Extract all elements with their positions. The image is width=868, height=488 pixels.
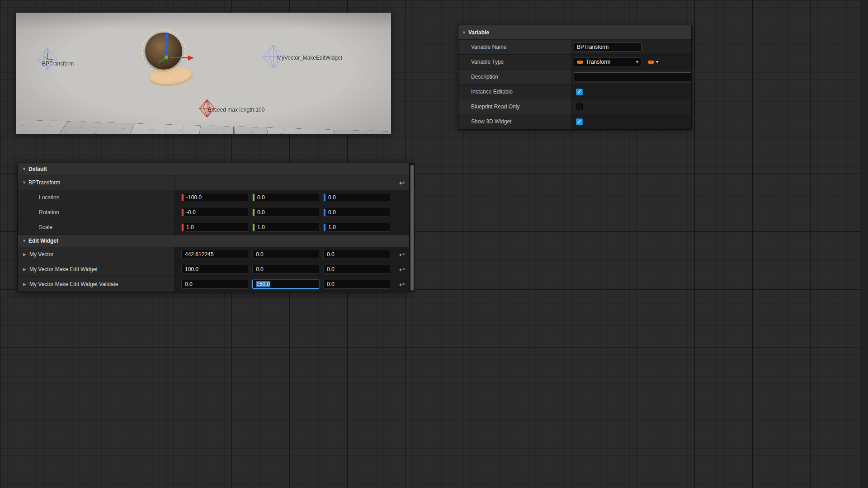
y-axis-strip [253,194,255,201]
x-axis-strip [182,224,184,231]
blueprint-read-only-label: Blueprint Read Only [458,99,571,114]
y-axis-strip [253,209,255,216]
rotation-row: Rotation -0.0 0.0 0.0 [18,205,409,220]
location-y-field[interactable]: 0.0 [252,193,319,202]
section-header-default[interactable]: ▼ Default [18,163,409,175]
variable-name-label: Variable Name [458,40,571,55]
my-vector-z-field[interactable]: 0.0 [323,250,390,259]
my-vector-make-edit-widget-x-field[interactable]: 100.0 [181,265,248,274]
scale-z-field[interactable]: 1.0 [323,223,390,232]
triangle-collapsed-icon: ▶ [23,252,29,257]
section-title-default: Default [28,166,47,172]
section-header-edit-widget[interactable]: ▼ Edit Widget [18,235,409,247]
my-vector-y-field[interactable]: 0.0 [252,250,319,259]
instance-editable-label: Instance Editable [458,84,571,99]
my-vector-make-edit-widget-y-field[interactable]: 0.0 [252,265,319,274]
variable-type-label: Variable Type [458,55,571,70]
viewport-floor-tilt [16,13,391,134]
transform-type-pill-icon [577,61,583,64]
z-axis-strip [324,209,326,216]
selection-ring [142,29,185,73]
z-axis-strip [324,224,326,231]
my-vector-make-edit-widget-validate-y-field[interactable]: 150.0 [252,280,319,289]
triangle-expanded-icon: ▼ [462,30,468,35]
show-3d-widget-checkbox[interactable]: ✓ [576,118,583,125]
my-vector-make-edit-widget-z-field[interactable]: 0.0 [323,265,390,274]
scrollbar-thumb[interactable] [410,165,414,291]
check-icon: ✓ [577,89,581,94]
reset-to-default-button[interactable]: ↩ [399,266,405,273]
world-axis-line [233,127,240,134]
3d-viewport[interactable]: BPTransform MyVector_MakeEditWidget Exce… [16,13,391,134]
show-3d-widget-row: Show 3D Widget ✓ [458,114,691,129]
triangle-expanded-icon: ▼ [22,167,28,171]
check-icon: ✓ [577,119,581,124]
z-axis-strip [324,194,326,201]
bptransform-row[interactable]: ▼ BPTransform ↩ [18,175,409,190]
rotation-y-field[interactable]: 0.0 [252,208,319,217]
variable-type-dropdown[interactable]: Transform ▾ [574,57,642,67]
x-axis-strip [182,194,184,201]
description-label: Description [458,70,571,84]
widget-label-myvector-makeeditwidget: MyVector_MakeEditWidget [277,55,342,61]
rotation-z-field[interactable]: 0.0 [323,208,390,217]
triangle-expanded-icon: ▼ [22,239,28,243]
my-vector-x-field[interactable]: 442.612245 [181,250,248,259]
location-z-field[interactable]: 0.0 [323,193,390,202]
reset-to-default-button[interactable]: ↩ [399,281,405,288]
chevron-down-icon: ▾ [656,60,658,64]
my-vector-make-edit-widget-row[interactable]: ▶ My Vector Make Edit Widget 100.0 0.0 0… [18,262,409,277]
description-row: Description [458,70,691,84]
my-vector-row[interactable]: ▶ My Vector 442.612245 0.0 0.0 ↩ [18,247,409,262]
instance-editable-row: Instance Editable ✓ [458,84,691,99]
scale-x-field[interactable]: 1.0 [181,223,248,232]
triangle-expanded-icon: ▼ [22,180,28,185]
variable-name-row: Variable Name [458,40,691,55]
my-vector-make-edit-widget-label: My Vector Make Edit Widget [29,266,98,272]
triangle-collapsed-icon: ▶ [23,267,29,272]
instance-editable-checkbox[interactable]: ✓ [576,89,583,95]
variable-type-row: Variable Type Transform ▾ ▾ [458,55,691,70]
right-edge-strip [860,0,868,488]
variable-name-input[interactable] [574,42,642,52]
triangle-collapsed-icon: ▶ [23,282,29,286]
variable-details-panel: ▼ Variable Variable Name Variable Type T… [458,25,692,130]
reset-to-default-button[interactable]: ↩ [399,251,405,258]
my-vector-make-edit-widget-validate-x-field[interactable]: 0.0 [181,280,248,289]
blueprint-read-only-checkbox[interactable]: ✓ [576,103,583,110]
x-axis-strip [182,209,184,216]
location-x-field[interactable]: -100.0 [181,193,248,202]
details-scrollbar[interactable] [409,163,415,292]
widget-label-exceed-max-length: Exceed max length:100 [208,107,264,113]
container-type-dropdown[interactable]: ▾ [648,60,658,64]
details-panel: ▼ Default ▼ BPTransform ↩ Location -100.… [17,163,409,292]
scale-y-field[interactable]: 1.0 [252,223,319,232]
viewport-floor-grid [16,117,391,134]
scale-row: Scale 1.0 1.0 1.0 [18,220,409,235]
reset-to-default-button[interactable]: ↩ [399,179,405,186]
variable-type-value: Transform [586,59,633,65]
widget-label-bptransform: BPTransform [42,61,74,67]
my-vector-make-edit-widget-validate-row[interactable]: ▶ My Vector Make Edit Widget Validate 0.… [18,277,409,292]
blueprint-read-only-row: Blueprint Read Only ✓ [458,99,691,114]
show-3d-widget-label: Show 3D Widget [458,114,571,129]
my-vector-make-edit-widget-validate-z-field[interactable]: 0.0 [323,280,390,289]
location-row: Location -100.0 0.0 0.0 [18,190,409,205]
my-vector-label: My Vector [29,251,53,258]
y-axis-strip [253,224,255,231]
section-title-edit-widget: Edit Widget [28,238,58,244]
rotation-x-field[interactable]: -0.0 [181,208,248,217]
my-vector-make-edit-widget-validate-label: My Vector Make Edit Widget Validate [29,281,118,287]
variable-section-header[interactable]: ▼ Variable [458,25,691,40]
variable-section-title: Variable [468,29,489,36]
description-input[interactable] [574,72,691,81]
scale-label: Scale [39,224,52,230]
chevron-down-icon: ▾ [636,60,638,64]
rotation-label: Rotation [39,209,59,216]
location-label: Location [39,194,59,201]
bptransform-row-label: BPTransform [28,179,60,186]
transform-type-pill-icon [648,61,654,64]
